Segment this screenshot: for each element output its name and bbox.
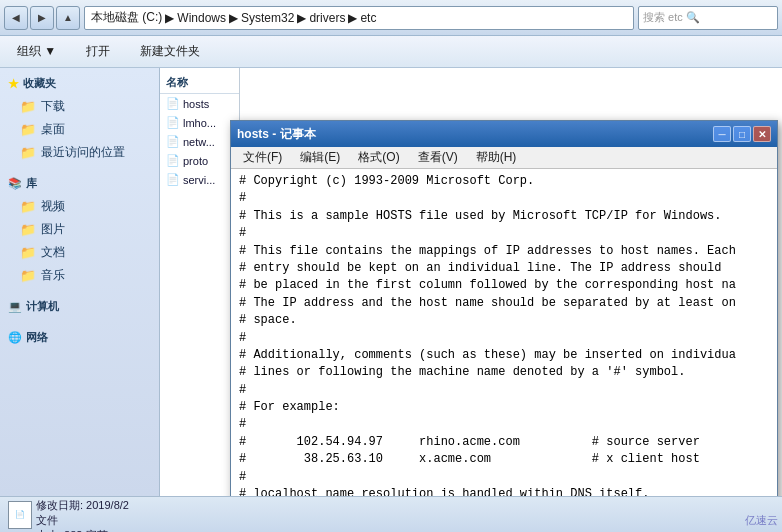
sidebar-item-documents[interactable]: 📁 文档 bbox=[0, 241, 159, 264]
notepad-titlebar: hosts - 记事本 ─ □ ✕ bbox=[231, 121, 777, 147]
favorites-section: ★ 收藏夹 📁 下载 📁 桌面 📁 最近访问的位置 bbox=[0, 72, 159, 164]
toolbar: 组织 ▼ 打开 新建文件夹 bbox=[0, 36, 782, 68]
sidebar-item-desktop[interactable]: 📁 桌面 bbox=[0, 118, 159, 141]
address-part-1: Windows bbox=[177, 11, 226, 25]
address-sep-3: ▶ bbox=[348, 11, 357, 25]
content-line: # bbox=[239, 190, 769, 207]
star-icon: ★ bbox=[8, 77, 19, 91]
content-line: # bbox=[239, 416, 769, 433]
file-list: 名称 📄 hosts 📄 lmho... 📄 netw... 📄 proto 📄… bbox=[160, 68, 240, 496]
open-button[interactable]: 打开 bbox=[77, 40, 119, 63]
close-button[interactable]: ✕ bbox=[753, 126, 771, 142]
folder-icon: 📁 bbox=[20, 245, 36, 260]
favorites-header: ★ 收藏夹 bbox=[0, 72, 159, 95]
address-sep-0: ▶ bbox=[165, 11, 174, 25]
main-area: ★ 收藏夹 📁 下载 📁 桌面 📁 最近访问的位置 📚 bbox=[0, 68, 782, 496]
organize-button[interactable]: 组织 ▼ bbox=[8, 40, 65, 63]
search-input[interactable]: 搜索 etc 🔍 bbox=[638, 6, 778, 30]
content-line: # space. bbox=[239, 312, 769, 329]
file-icon: 📄 bbox=[166, 116, 180, 129]
top-bar: ◀ ▶ ▲ 本地磁盘 (C:) ▶ Windows ▶ System32 ▶ d… bbox=[0, 0, 782, 36]
library-icon: 📚 bbox=[8, 177, 22, 190]
content-line: # localhost name resolution is handled w… bbox=[239, 486, 769, 496]
list-item[interactable]: 📄 netw... bbox=[160, 132, 239, 151]
folder-icon: 📁 bbox=[20, 122, 36, 137]
sidebar-item-music[interactable]: 📁 音乐 bbox=[0, 264, 159, 287]
new-folder-button[interactable]: 新建文件夹 bbox=[131, 40, 209, 63]
content-line: # The IP address and the host name shoul… bbox=[239, 295, 769, 312]
address-sep-1: ▶ bbox=[229, 11, 238, 25]
maximize-button[interactable]: □ bbox=[733, 126, 751, 142]
content-line: # lines or following the machine name de… bbox=[239, 364, 769, 381]
status-modified: 修改日期: 2019/8/2 bbox=[36, 498, 129, 513]
address-part-0: 本地磁盘 (C:) bbox=[91, 9, 162, 26]
content-line: # This file contains the mappings of IP … bbox=[239, 243, 769, 260]
sidebar-item-downloads[interactable]: 📁 下载 bbox=[0, 95, 159, 118]
up-button[interactable]: ▲ bbox=[56, 6, 80, 30]
address-bar[interactable]: 本地磁盘 (C:) ▶ Windows ▶ System32 ▶ drivers… bbox=[84, 6, 634, 30]
network-icon: 🌐 bbox=[8, 331, 22, 344]
folder-icon: 📁 bbox=[20, 145, 36, 160]
minimize-button[interactable]: ─ bbox=[713, 126, 731, 142]
content-line: # Copyright (c) 1993-2009 Microsoft Corp… bbox=[239, 173, 769, 190]
network-header: 🌐 网络 bbox=[0, 326, 159, 349]
file-icon: 📄 bbox=[166, 97, 180, 110]
watermark: 亿速云 bbox=[745, 513, 778, 528]
file-icon: 📄 bbox=[166, 135, 180, 148]
menu-format[interactable]: 格式(O) bbox=[350, 147, 407, 168]
explorer-window: ◀ ▶ ▲ 本地磁盘 (C:) ▶ Windows ▶ System32 ▶ d… bbox=[0, 0, 782, 532]
library-header: 📚 库 bbox=[0, 172, 159, 195]
computer-section: 💻 计算机 bbox=[0, 295, 159, 318]
content-line: # 102.54.94.97 rhino.acme.com # source s… bbox=[239, 434, 769, 451]
content-line: # Additionally, comments (such as these)… bbox=[239, 347, 769, 364]
address-sep-2: ▶ bbox=[297, 11, 306, 25]
content-line: # This is a sample HOSTS file used by Mi… bbox=[239, 208, 769, 225]
address-part-3: drivers bbox=[309, 11, 345, 25]
sidebar-item-pictures[interactable]: 📁 图片 bbox=[0, 218, 159, 241]
content-line: # For example: bbox=[239, 399, 769, 416]
menu-edit[interactable]: 编辑(E) bbox=[292, 147, 348, 168]
computer-header: 💻 计算机 bbox=[0, 295, 159, 318]
list-item[interactable]: 📄 proto bbox=[160, 151, 239, 170]
folder-icon: 📁 bbox=[20, 222, 36, 237]
forward-button[interactable]: ▶ bbox=[30, 6, 54, 30]
back-button[interactable]: ◀ bbox=[4, 6, 28, 30]
content-line: # bbox=[239, 382, 769, 399]
notepad-title: hosts - 记事本 bbox=[237, 126, 711, 143]
file-icon: 📄 bbox=[166, 154, 180, 167]
library-section: 📚 库 📁 视频 📁 图片 📁 文档 📁 音乐 bbox=[0, 172, 159, 287]
status-bar: 📄 hosts 修改日期: 2019/8/2 文件 大小: 883 字节 bbox=[0, 496, 782, 532]
notepad-content[interactable]: # Copyright (c) 1993-2009 Microsoft Corp… bbox=[231, 169, 777, 496]
network-section: 🌐 网络 bbox=[0, 326, 159, 349]
folder-icon: 📁 bbox=[20, 268, 36, 283]
content-line: # bbox=[239, 225, 769, 242]
notepad-menubar: 文件(F) 编辑(E) 格式(O) 查看(V) 帮助(H) bbox=[231, 147, 777, 169]
content-line: # bbox=[239, 469, 769, 486]
sidebar: ★ 收藏夹 📁 下载 📁 桌面 📁 最近访问的位置 📚 bbox=[0, 68, 160, 496]
list-item[interactable]: 📄 servi... bbox=[160, 170, 239, 189]
folder-icon: 📁 bbox=[20, 99, 36, 114]
content-line: # bbox=[239, 330, 769, 347]
status-type: 文件 bbox=[36, 513, 129, 528]
notepad-window: hosts - 记事本 ─ □ ✕ 文件(F) 编辑(E) 格式(O) 查看(V… bbox=[230, 120, 778, 496]
content-line: # be placed in the first column followed… bbox=[239, 277, 769, 294]
file-icon: 📄 bbox=[166, 173, 180, 186]
status-size: 大小: 883 字节 bbox=[36, 528, 129, 532]
sidebar-item-recent[interactable]: 📁 最近访问的位置 bbox=[0, 141, 159, 164]
content-line: # 38.25.63.10 x.acme.com # x client host bbox=[239, 451, 769, 468]
address-part-4: etc bbox=[360, 11, 376, 25]
file-thumbnail-icon: 📄 bbox=[8, 501, 32, 529]
menu-file[interactable]: 文件(F) bbox=[235, 147, 290, 168]
folder-icon: 📁 bbox=[20, 199, 36, 214]
computer-icon: 💻 bbox=[8, 300, 22, 313]
address-part-2: System32 bbox=[241, 11, 294, 25]
content-line: # entry should be kept on an individual … bbox=[239, 260, 769, 277]
list-item[interactable]: 📄 lmho... bbox=[160, 113, 239, 132]
menu-view[interactable]: 查看(V) bbox=[410, 147, 466, 168]
menu-help[interactable]: 帮助(H) bbox=[468, 147, 525, 168]
sidebar-item-video[interactable]: 📁 视频 bbox=[0, 195, 159, 218]
list-item[interactable]: 📄 hosts bbox=[160, 94, 239, 113]
search-placeholder: 搜索 etc bbox=[643, 10, 683, 25]
file-list-header: 名称 bbox=[160, 72, 239, 94]
nav-buttons: ◀ ▶ ▲ bbox=[4, 6, 80, 30]
